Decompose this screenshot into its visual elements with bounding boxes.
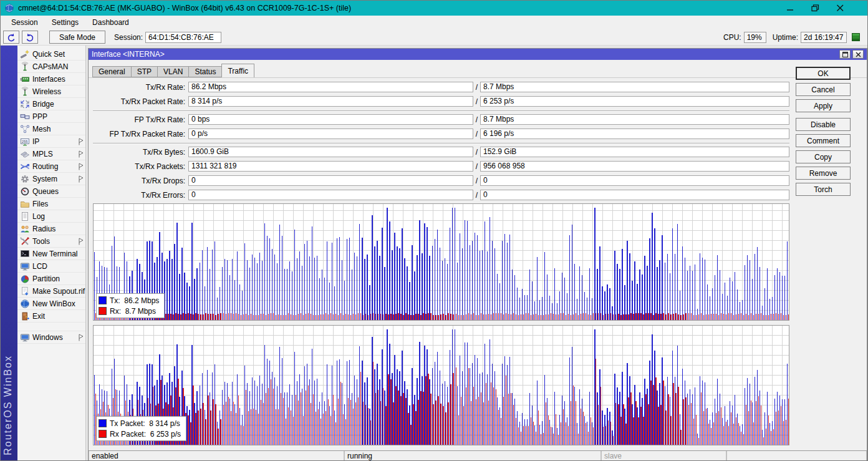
tx-value-field[interactable]: 1311 321 819 — [188, 161, 473, 172]
sidebar-item-mpls[interactable]: MPLS — [17, 148, 85, 160]
sidebar-item-make-supout-rif[interactable]: Make Supout.rif — [17, 285, 85, 298]
redo-button[interactable] — [22, 31, 38, 44]
sidebar-item-capsman[interactable]: CAPsMAN — [17, 61, 85, 73]
rx-value-field[interactable]: 152.9 GiB — [480, 147, 789, 157]
sidebar-item-bridge[interactable]: Bridge — [17, 98, 85, 110]
tx-value-field[interactable]: 0 — [188, 175, 473, 186]
sidebar-item-files[interactable]: Files — [17, 198, 85, 210]
rate-chart-legend: Tx: 86.2 MbpsRx: 8.7 Mbps — [96, 293, 165, 318]
apply-button[interactable]: Apply — [796, 99, 851, 112]
sidebar-item-queues[interactable]: Queues — [17, 185, 85, 198]
sidebar-item-label: Queues — [32, 187, 59, 196]
sidebar-item-ppp[interactable]: PPP — [17, 110, 85, 123]
sidebar-item-label: Bridge — [32, 100, 54, 109]
tab-stp[interactable]: STP — [131, 66, 157, 77]
toolbar-status: CPU: 19% Uptime: 2d 16:19:47 — [717, 32, 865, 43]
restore-button[interactable] — [810, 4, 820, 12]
rx-value-field[interactable]: 956 068 958 — [480, 161, 789, 172]
sidebar-item-label: LCD — [32, 262, 47, 271]
sidebar-item-ip[interactable]: 255IP — [17, 135, 85, 148]
menu-session[interactable]: Session — [4, 16, 45, 29]
sidebar-item-partition[interactable]: Partition — [17, 273, 85, 285]
rx-value-field[interactable]: 0 — [480, 175, 789, 186]
gear-icon — [20, 174, 30, 184]
supout-icon — [20, 286, 30, 296]
status-running: running — [344, 451, 601, 461]
sidebar-item-radius[interactable]: Radius — [17, 223, 85, 235]
tab-vlan[interactable]: VLAN — [157, 66, 188, 77]
sidebar-item-label: Make Supout.rif — [32, 287, 85, 296]
slash-separator: / — [473, 115, 480, 124]
tab-status[interactable]: Status — [188, 66, 221, 77]
titlebar[interactable]: cmnet@64:D1:54:CB:76:AE (MK-GUABO) - Win… — [1, 1, 867, 16]
sidebar-item-label: Routing — [32, 162, 58, 171]
rx-value-field[interactable]: 8.7 Mbps — [480, 114, 789, 125]
rate-chart: Tx: 86.2 MbpsRx: 8.7 Mbps — [93, 203, 789, 321]
slash-separator: / — [473, 177, 480, 185]
tx-value-field[interactable]: 0 p/s — [188, 129, 473, 139]
sidebar-item-tools[interactable]: Tools — [17, 235, 85, 248]
menu-settings[interactable]: Settings — [45, 16, 85, 29]
sidebar-item-label: Files — [32, 200, 48, 208]
tab-traffic[interactable]: Traffic — [221, 64, 254, 77]
sidebar-item-exit[interactable]: Exit — [17, 310, 85, 323]
sidebar-item-log[interactable]: Log — [17, 210, 85, 223]
sidebar-item-system[interactable]: System — [17, 173, 85, 185]
exit-icon — [20, 311, 30, 321]
sidebar-item-label: Wireless — [32, 87, 61, 96]
minimize-button[interactable] — [785, 4, 795, 12]
tab-general[interactable]: General — [92, 66, 131, 77]
mesh-icon — [20, 124, 30, 134]
undo-button[interactable] — [3, 31, 19, 44]
rx-value-field[interactable]: 8.7 Mbps — [480, 82, 789, 92]
sidebar-item-interfaces[interactable]: Interfaces — [17, 73, 85, 85]
tx-value-field[interactable]: 1600.9 GiB — [188, 147, 473, 157]
rx-value-field[interactable]: 6 196 p/s — [480, 129, 789, 139]
sidebar-item-wireless[interactable]: Wireless — [17, 85, 85, 98]
copy-button[interactable]: Copy — [796, 150, 851, 163]
sidebar-item-mesh[interactable]: Mesh — [17, 123, 85, 135]
submenu-arrow-icon — [79, 238, 84, 245]
safe-mode-button[interactable]: Safe Mode — [49, 31, 105, 44]
remove-button[interactable]: Remove — [796, 167, 851, 180]
sidebar-item-lcd[interactable]: LCD — [17, 260, 85, 273]
sidebar-item-quick-set[interactable]: Quick Set — [17, 48, 85, 61]
pie-icon — [20, 274, 30, 284]
disable-button[interactable]: Disable — [796, 118, 851, 131]
tx-value-field[interactable]: 86.2 Mbps — [188, 82, 473, 92]
sidebar-item-new-terminal[interactable]: New Terminal — [17, 248, 85, 260]
tx-value-field[interactable]: 8 314 p/s — [188, 96, 473, 107]
sidebar-item-new-winbox[interactable]: New WinBox — [17, 298, 85, 310]
rx-value-field[interactable]: 6 253 p/s — [480, 96, 789, 107]
field-label: Tx/Rx Rate: — [93, 83, 188, 92]
uptime-label: Uptime: — [773, 33, 798, 42]
dialog-close-button[interactable] — [852, 50, 864, 59]
comment-button[interactable]: Comment — [796, 134, 851, 147]
close-icon[interactable] — [835, 4, 845, 12]
sidebar-item-windows[interactable]: Windows — [17, 331, 85, 344]
dialog-restore-button[interactable] — [839, 50, 851, 59]
sidebar-item-routing[interactable]: Routing — [17, 160, 85, 173]
menu-dashboard[interactable]: Dashboard — [85, 16, 136, 29]
rx-swatch — [99, 307, 107, 315]
slash-separator: / — [473, 97, 480, 106]
submenu-arrow-icon — [79, 138, 84, 145]
session-field[interactable]: 64:D1:54:CB:76:AE — [145, 32, 221, 43]
tab-bar: GeneralSTPVLANStatusTraffic — [92, 64, 254, 77]
dialog-titlebar[interactable]: Interface <INTERNA> — [89, 49, 867, 60]
group-separator — [93, 110, 789, 112]
form-row-fp-tx-rx-packet-rate: FP Tx/Rx Packet Rate:0 p/s/6 196 p/s — [93, 129, 789, 139]
menubar: Session Settings Dashboard — [1, 16, 867, 29]
rx-value-field[interactable]: 0 — [480, 190, 789, 200]
cancel-button[interactable]: Cancel — [796, 83, 851, 96]
tx-value-field[interactable]: 0 — [188, 190, 473, 200]
folder-icon — [20, 199, 30, 209]
ok-button[interactable]: OK — [796, 67, 851, 80]
legend-row-tx-packet: Tx Packet: 8 314 p/s — [99, 418, 181, 429]
mdi-area: Interface <INTERNA> GeneralSTPVLANStatus… — [86, 46, 867, 460]
slash-separator: / — [473, 130, 480, 138]
field-label: FP Tx/Rx Rate: — [93, 115, 188, 124]
torch-button[interactable]: Torch — [796, 183, 851, 196]
legend-text: Tx: 86.2 Mbps — [110, 296, 159, 305]
tx-value-field[interactable]: 0 bps — [188, 114, 473, 125]
